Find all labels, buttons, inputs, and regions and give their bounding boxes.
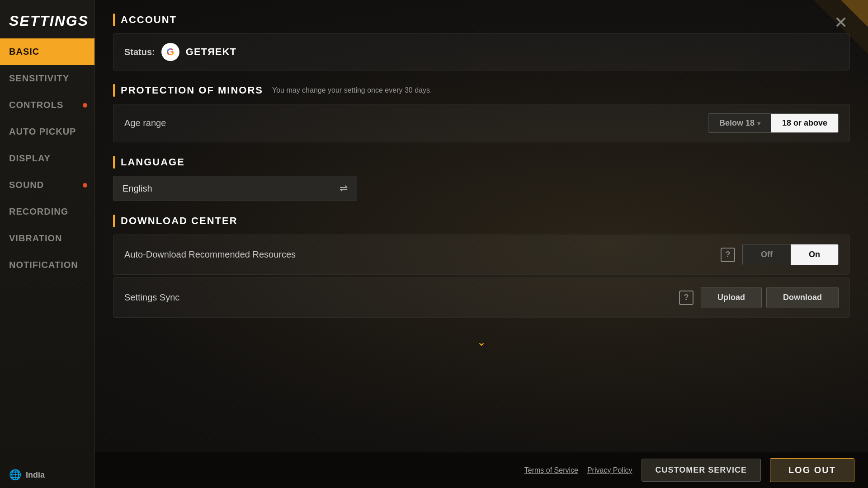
sidebar-item-display[interactable]: DISPLAY [0,145,94,172]
settings-sync-card: Settings Sync ? Upload Download [113,277,850,318]
sidebar-item-auto-pickup[interactable]: AUTO PICKUP [0,118,94,145]
account-section-header: ACCOUNT [113,14,850,26]
google-icon: G [161,43,179,61]
account-card: Status: G GETЯEKT [113,33,850,70]
sync-buttons: Upload Download [701,287,839,308]
settings-title: SETTINGS [0,0,94,38]
protection-section-header: PROTECTION OF MINORS You may change your… [113,84,850,97]
globe-icon: 🌐 [9,469,21,481]
status-label: Status: [124,47,155,57]
sidebar-item-notification[interactable]: NOTIFICATION [0,252,94,278]
auto-download-off-button[interactable]: Off [743,244,791,265]
download-center-section-bar [113,215,115,227]
terms-of-service-link[interactable]: Terms of Service [524,466,578,474]
language-section-title: LANGUAGE [121,156,185,168]
age-range-card: Age range Below 18 ▾ 18 or above [113,104,850,142]
settings-sync-row: Settings Sync ? Upload Download [124,287,839,308]
region-indicator: 🌐 India [0,462,94,488]
auto-download-help-icon[interactable]: ? [721,248,735,262]
account-section: ACCOUNT Status: G GETЯEKT [113,14,850,70]
auto-download-label: Auto-Download Recommended Resources [124,249,296,260]
swap-icon: ⇌ [340,183,348,194]
main-content: ACCOUNT Status: G GETЯEKT PROTECTION OF … [95,0,868,488]
language-value: English [123,183,152,194]
protection-section-bar [113,84,115,97]
settings-sync-help-icon[interactable]: ? [679,291,693,305]
download-center-section-header: DOWNLOAD CENTER [113,215,850,227]
age-range-label: Age range [124,118,166,128]
age-range-row: Age range Below 18 ▾ 18 or above [124,113,839,133]
protection-section: PROTECTION OF MINORS You may change your… [113,84,850,142]
controls-notification-dot [83,103,87,108]
sidebar-item-recording[interactable]: RECORDING [0,198,94,225]
auto-download-on-button[interactable]: On [791,244,838,265]
auto-download-card: Auto-Download Recommended Resources ? Of… [113,235,850,275]
protection-section-subtitle: You may change your setting once every 3… [272,86,432,94]
sidebar-item-basic[interactable]: BASIC [0,38,94,65]
age-18-or-above-button[interactable]: 18 or above [771,114,838,132]
account-section-bar [113,14,115,26]
sidebar-item-vibration[interactable]: VIBRATION [0,225,94,252]
sound-notification-dot [83,183,87,188]
language-section-bar [113,156,115,169]
region-label: India [26,470,45,480]
scroll-indicator[interactable]: ⌄ [113,331,850,353]
language-section: LANGUAGE English ⇌ [113,156,850,201]
sidebar-item-sensitivity[interactable]: SENSITIVITY [0,65,94,92]
account-section-title: ACCOUNT [121,14,177,26]
sidebar: SETTINGS BASIC SENSITIVITY CONTROLS AUTO… [0,0,95,488]
customer-service-button[interactable]: CUSTOMER SERVICE [642,459,761,482]
language-select[interactable]: English ⇌ [113,176,357,201]
language-section-header: LANGUAGE [113,156,850,169]
account-row: Status: G GETЯEKT [124,43,839,61]
download-button[interactable]: Download [766,287,839,308]
sidebar-item-sound[interactable]: SOUND [0,172,94,198]
auto-download-toggle: Off On [742,244,839,265]
close-button[interactable]: ✕ [827,9,854,36]
logout-button[interactable]: LOG OUT [770,458,854,482]
account-name: GETЯEKT [186,46,236,58]
settings-sync-controls: ? Upload Download [679,287,839,308]
sidebar-item-controls[interactable]: CONTROLS [0,92,94,118]
age-chevron-icon: ▾ [757,120,760,127]
age-below-18-button[interactable]: Below 18 ▾ [708,114,771,132]
auto-download-row: Auto-Download Recommended Resources ? Of… [124,244,839,265]
download-center-section-title: DOWNLOAD CENTER [121,215,238,227]
protection-section-title: PROTECTION OF MINORS [121,84,263,96]
upload-button[interactable]: Upload [701,287,762,308]
footer: Terms of Service Privacy Policy CUSTOMER… [95,452,868,488]
privacy-policy-link[interactable]: Privacy Policy [587,466,632,474]
download-center-section: DOWNLOAD CENTER Auto-Download Recommende… [113,215,850,318]
auto-download-controls: ? Off On [721,244,839,265]
settings-sync-label: Settings Sync [124,292,179,303]
age-toggle: Below 18 ▾ 18 or above [708,113,839,133]
